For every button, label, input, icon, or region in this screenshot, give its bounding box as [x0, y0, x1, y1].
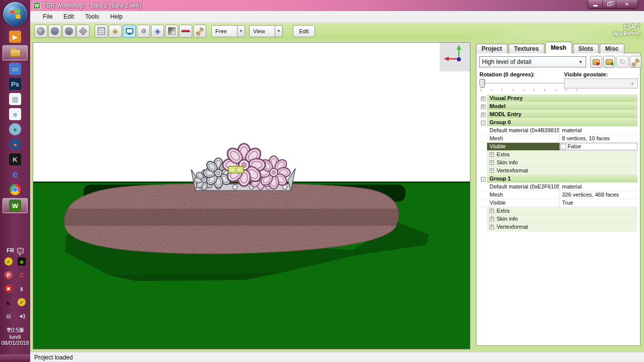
globe-app-icon[interactable]: ● — [0, 122, 30, 137]
workarea: ProjectTexturesMeshSlotsMisc High level … — [30, 39, 644, 352]
camera-mode-dropdown[interactable]: Free ▼ — [211, 25, 245, 37]
render-flat-icon[interactable] — [76, 25, 90, 38]
wireframe-mesh-icon[interactable]: ◈ — [151, 25, 164, 38]
tree-row-default-material-0xe2f6105a[interactable]: Default material (0xE2F6105A) material — [479, 183, 637, 191]
start-button[interactable] — [3, 2, 27, 26]
selection-gizmo[interactable] — [228, 166, 244, 173]
edit-button[interactable]: Edit — [293, 25, 315, 37]
tab-project[interactable]: Project — [476, 44, 508, 53]
tree-row-mesh[interactable]: Mesh 326 vertices, 468 faces — [479, 191, 637, 199]
expand-toggle-icon[interactable]: - — [481, 177, 486, 182]
chrome-icon[interactable] — [0, 182, 30, 197]
program-p-icon[interactable]: P — [5, 271, 13, 279]
restore-button[interactable] — [603, 0, 616, 9]
windows-logo-icon — [9, 8, 22, 21]
tree-header-group-1[interactable]: - Group 1 — [479, 175, 637, 183]
slider-thumb[interactable] — [479, 79, 485, 88]
expand-toggle-icon[interactable]: - — [481, 121, 486, 125]
tree-row-visible[interactable]: Visible False — [479, 143, 637, 151]
media-player-icon[interactable]: ▶ — [0, 29, 30, 44]
checkbox-unchecked[interactable] — [560, 144, 566, 149]
chrome-glyph — [10, 184, 21, 195]
internet-explorer-icon[interactable]: e — [0, 167, 30, 182]
dark-app-icon[interactable]: K — [0, 152, 30, 167]
render-solid-icon[interactable] — [62, 25, 75, 38]
tab-misc[interactable]: Misc — [600, 44, 624, 53]
screen-view-icon[interactable] — [123, 25, 136, 38]
tab-slots[interactable]: Slots — [573, 44, 599, 53]
keyboard-icon[interactable]: ▤ — [5, 312, 13, 320]
export-mesh-icon[interactable] — [590, 56, 602, 68]
tree-subheader-vertexformat[interactable]: + Vertexformat — [479, 167, 637, 175]
tab-textures[interactable]: Textures — [509, 44, 544, 53]
nvidia-settings-icon[interactable]: ◉ — [18, 257, 26, 265]
internet-explorer-boxed-icon[interactable]: e — [0, 107, 30, 122]
expand-toggle-icon[interactable]: + — [490, 168, 494, 173]
texture-view-icon[interactable] — [165, 25, 178, 38]
tree-subheader-skin-info[interactable]: + Skin info — [479, 215, 637, 223]
my-computer-icon[interactable]: ▭ — [0, 61, 30, 76]
axis-gizmo — [440, 43, 470, 71]
render-smooth-icon[interactable] — [34, 25, 47, 38]
statusbar: Project loaded — [30, 352, 644, 362]
tree-header-visual-proxy[interactable]: + Visual Proxy — [479, 95, 637, 103]
expand-toggle-icon[interactable]: + — [490, 209, 494, 213]
menu-edit[interactable]: Edit — [58, 12, 79, 22]
menu-help[interactable]: Help — [105, 12, 128, 22]
expand-toggle-icon[interactable]: + — [490, 225, 494, 229]
expand-toggle-icon[interactable]: + — [481, 97, 486, 101]
tree-row-default-material-0x4b398151[interactable]: Default material (0x4B398151) material — [479, 127, 637, 135]
dropdown-arrow-icon[interactable]: ▼ — [237, 25, 245, 37]
viewport-scene[interactable] — [33, 43, 470, 349]
import-mesh-icon[interactable] — [603, 56, 615, 68]
menu-tools[interactable]: Tools — [79, 12, 105, 22]
tree-row-mesh[interactable]: Mesh 8 vertices, 10 faces — [479, 135, 637, 143]
minimize-button[interactable] — [588, 0, 603, 9]
ground-plane-icon[interactable] — [179, 25, 192, 38]
wireframe-overlay-icon[interactable]: ◈ — [109, 25, 122, 38]
expand-toggle-icon[interactable]: + — [490, 152, 494, 157]
firefox-icon[interactable]: ● — [0, 137, 30, 152]
bone-display-icon[interactable] — [193, 25, 206, 38]
antivirus-status-2-icon[interactable]: ✔ — [18, 298, 26, 306]
view-dropdown[interactable]: View ▼ — [249, 25, 283, 37]
render-shaded-icon[interactable] — [48, 25, 61, 38]
error-status-icon[interactable]: ✖ — [5, 285, 13, 293]
menu-file[interactable]: File — [37, 12, 58, 22]
antivirus-status-icon[interactable]: ✔ — [5, 257, 13, 265]
grid-toggle-icon[interactable] — [95, 25, 108, 38]
tree-value[interactable]: False — [559, 143, 637, 150]
usb-eject-icon[interactable]: ▮ — [18, 285, 26, 293]
tree-header-modl-entry[interactable]: + MODL Entry — [479, 111, 637, 119]
vertex-display-icon[interactable] — [137, 25, 150, 38]
titlebar[interactable]: W TSR Workshop: * tiara 2 (tiara 2.wrk) … — [30, 0, 644, 11]
tree-subheader-vertexformat[interactable]: + Vertexformat — [479, 223, 637, 231]
tree-header-group-0[interactable]: - Group 0 — [479, 119, 637, 127]
tree-subheader-extra[interactable]: + Extra — [479, 207, 637, 215]
keyboard-layout-icon[interactable] — [17, 248, 24, 253]
lod-dropdown[interactable]: High level of detail ▼ — [479, 56, 586, 67]
bone-edit-icon[interactable] — [629, 56, 641, 68]
show-desktop-button[interactable] — [0, 354, 30, 362]
expand-toggle-icon[interactable]: + — [481, 113, 486, 117]
tree-header-model[interactable]: + Model — [479, 103, 637, 111]
expand-toggle-icon[interactable]: + — [481, 105, 486, 109]
language-indicator[interactable]: FR — [7, 247, 14, 253]
photoshop-icon[interactable]: Ps — [0, 76, 30, 92]
tree-subheader-extra[interactable]: + Extra — [479, 151, 637, 159]
expand-toggle-icon[interactable]: + — [490, 217, 494, 221]
ccleaner-icon[interactable]: C — [18, 271, 26, 279]
viewport-3d[interactable] — [33, 42, 470, 349]
tsr-workshop-icon[interactable]: W — [0, 197, 30, 214]
taskbar-clock[interactable]: 20:51 lundi 08/01/2018 — [0, 327, 30, 346]
tree-row-visible[interactable]: Visible True — [479, 199, 637, 207]
dropdown-arrow-icon[interactable]: ▼ — [275, 25, 283, 37]
close-button[interactable]: ✕ — [616, 0, 637, 9]
tree-subheader-skin-info[interactable]: + Skin info — [479, 159, 637, 167]
volume-icon[interactable]: ◄) — [18, 312, 26, 320]
tab-mesh[interactable]: Mesh — [545, 42, 572, 53]
satellite-app-icon[interactable]: ◣ — [5, 298, 13, 306]
expand-toggle-icon[interactable]: + — [490, 160, 494, 165]
explorer-folder-icon[interactable] — [0, 44, 30, 61]
notepad-icon[interactable]: ▤ — [0, 92, 30, 107]
